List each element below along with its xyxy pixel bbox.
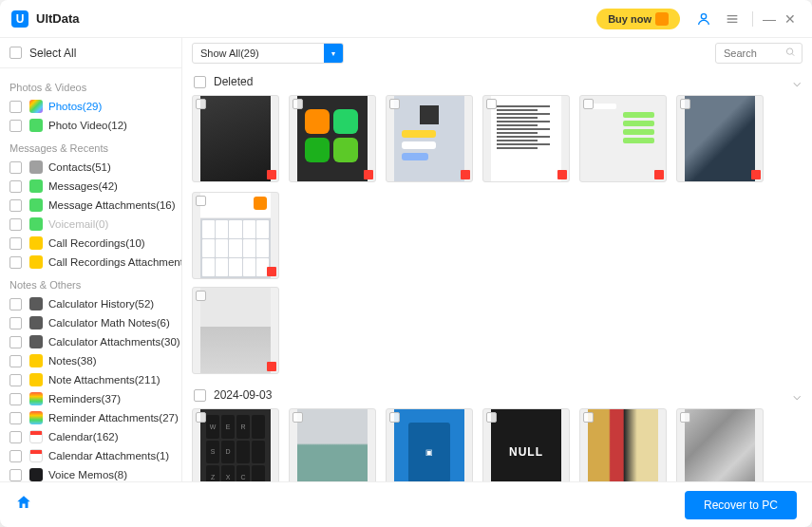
sidebar-item-checkbox[interactable] bbox=[9, 336, 22, 348]
thumbnail-checkbox[interactable] bbox=[293, 99, 303, 109]
main-panel: Show All(29) ▾ Deleted⌵2024-09-03⌵WERSDZ… bbox=[182, 38, 812, 481]
sidebar-item-checkbox[interactable] bbox=[9, 431, 22, 443]
sidebar-item[interactable]: Calculator Math Notes(6) bbox=[0, 313, 181, 332]
select-all-row[interactable]: Select All bbox=[0, 38, 181, 68]
sidebar-item[interactable]: Messages(42) bbox=[0, 177, 181, 196]
thumbnail[interactable]: ▣ bbox=[386, 408, 473, 481]
contacts-icon bbox=[29, 160, 43, 174]
sidebar-item-checkbox[interactable] bbox=[9, 101, 22, 113]
sidebar-item-checkbox[interactable] bbox=[9, 355, 22, 367]
sidebar-item-checkbox[interactable] bbox=[9, 161, 22, 174]
thumbnail[interactable] bbox=[192, 95, 279, 182]
sidebar-item[interactable]: Calculator Attachments(30) bbox=[0, 332, 181, 351]
thumbnail[interactable]: WERSDZXC bbox=[192, 408, 279, 481]
thumbnail-checkbox[interactable] bbox=[196, 291, 206, 301]
sidebar-item[interactable]: Photo Video(12) bbox=[0, 116, 181, 135]
section-header[interactable]: Deleted⌵ bbox=[192, 68, 803, 95]
sidebar-item-label: Calendar(162) bbox=[48, 431, 119, 442]
section-header[interactable]: 2024-09-03⌵ bbox=[192, 382, 803, 408]
thumbnail[interactable] bbox=[579, 408, 667, 481]
thumbnail-checkbox[interactable] bbox=[196, 196, 206, 206]
sidebar-item[interactable]: Call Recordings(10) bbox=[0, 234, 181, 253]
menu-icon[interactable] bbox=[724, 10, 741, 28]
thumbnail-checkbox[interactable] bbox=[293, 412, 303, 423]
sidebar-item-checkbox[interactable] bbox=[9, 298, 22, 311]
thumbnail[interactable] bbox=[192, 287, 279, 374]
sidebar-item-checkbox[interactable] bbox=[9, 469, 22, 481]
sidebar-item-label: Notes(38) bbox=[48, 355, 97, 367]
thumbnail-checkbox[interactable] bbox=[389, 99, 400, 109]
sidebar-item[interactable]: Message Attachments(16) bbox=[0, 196, 181, 215]
sidebar-item[interactable]: Calendar Attachments(1) bbox=[0, 446, 181, 465]
thumbnail-checkbox[interactable] bbox=[583, 412, 594, 423]
calendar-icon bbox=[29, 449, 43, 462]
sidebar-item-checkbox[interactable] bbox=[9, 374, 22, 386]
callrec-icon bbox=[29, 255, 43, 269]
thumbnail-checkbox[interactable] bbox=[196, 99, 206, 109]
sidebar-item[interactable]: Call Recordings Attachment... bbox=[0, 253, 181, 272]
sidebar-item[interactable]: Voice Memos(8) bbox=[0, 465, 181, 481]
video-icon bbox=[29, 119, 43, 132]
filter-dropdown[interactable]: Show All(29) ▾ bbox=[192, 43, 344, 64]
thumbnail[interactable] bbox=[192, 192, 279, 279]
sidebar-item-label: Reminders(37) bbox=[48, 393, 121, 405]
search-input[interactable] bbox=[724, 44, 781, 63]
thumbnail-checkbox[interactable] bbox=[680, 412, 690, 423]
callrec-icon bbox=[29, 236, 43, 250]
notes-icon bbox=[29, 373, 43, 386]
thumbnail-checkbox[interactable] bbox=[389, 412, 400, 423]
thumbnail[interactable] bbox=[289, 408, 376, 481]
account-icon[interactable] bbox=[695, 10, 712, 28]
thumbnail[interactable] bbox=[482, 95, 570, 182]
sidebar-item-checkbox[interactable] bbox=[9, 256, 22, 269]
sidebar-item-checkbox[interactable] bbox=[9, 218, 22, 231]
sidebar-item-label: Voicemail(0) bbox=[48, 218, 108, 230]
recover-button[interactable]: Recover to PC bbox=[685, 491, 797, 519]
thumbnail-checkbox[interactable] bbox=[196, 412, 206, 423]
select-all-checkbox[interactable] bbox=[9, 47, 22, 59]
thumbnail[interactable] bbox=[579, 95, 667, 182]
sidebar-item[interactable]: Reminder Attachments(27) bbox=[0, 408, 181, 427]
thumbnail[interactable] bbox=[676, 408, 764, 481]
thumbnail[interactable] bbox=[386, 95, 473, 182]
sidebar-item-checkbox[interactable] bbox=[9, 237, 22, 250]
sidebar-item[interactable]: Calendar(162) bbox=[0, 427, 181, 446]
sidebar-item[interactable]: Reminders(37) bbox=[0, 389, 181, 408]
select-all-label: Select All bbox=[29, 47, 76, 60]
buy-now-label: Buy now bbox=[608, 13, 651, 25]
deleted-badge-icon bbox=[364, 170, 373, 179]
sidebar-item-checkbox[interactable] bbox=[9, 393, 22, 405]
sidebar-item-label: Messages(42) bbox=[48, 180, 118, 192]
close-button[interactable]: ✕ bbox=[780, 9, 801, 29]
thumbnail-checkbox[interactable] bbox=[486, 99, 497, 109]
thumbnail[interactable] bbox=[289, 95, 376, 182]
minimize-button[interactable]: — bbox=[759, 9, 780, 29]
sidebar-item-label: Photo Video(12) bbox=[48, 120, 127, 131]
section-checkbox[interactable] bbox=[194, 76, 206, 88]
buy-now-button[interactable]: Buy now bbox=[596, 9, 680, 29]
calchist-icon bbox=[29, 335, 43, 348]
sidebar-item-checkbox[interactable] bbox=[9, 412, 22, 424]
sidebar-item-checkbox[interactable] bbox=[9, 450, 22, 462]
filter-dropdown-label: Show All(29) bbox=[200, 47, 259, 59]
sidebar-item-label: Calendar Attachments(1) bbox=[48, 450, 169, 461]
sidebar-item-checkbox[interactable] bbox=[9, 317, 22, 329]
sidebar-item[interactable]: Note Attachments(211) bbox=[0, 370, 181, 389]
home-button[interactable] bbox=[15, 494, 32, 516]
thumbnail-checkbox[interactable] bbox=[680, 99, 690, 109]
thumbnail-image: NULL bbox=[491, 409, 561, 481]
sidebar-item-checkbox[interactable] bbox=[9, 199, 22, 212]
sidebar-item-checkbox[interactable] bbox=[9, 120, 22, 132]
section-checkbox[interactable] bbox=[194, 389, 206, 402]
sidebar-item[interactable]: Contacts(51) bbox=[0, 158, 181, 177]
sidebar-item[interactable]: Notes(38) bbox=[0, 351, 181, 370]
thumbnail[interactable]: NULL bbox=[482, 408, 570, 481]
search-icon bbox=[785, 47, 796, 60]
search-box[interactable] bbox=[715, 43, 803, 64]
sidebar-item-checkbox[interactable] bbox=[9, 180, 22, 193]
thumbnail-checkbox[interactable] bbox=[583, 99, 594, 109]
thumbnail-checkbox[interactable] bbox=[486, 412, 497, 423]
sidebar-item[interactable]: Photos(29) bbox=[0, 97, 181, 116]
thumbnail[interactable] bbox=[676, 95, 764, 182]
sidebar-item[interactable]: Calculator History(52) bbox=[0, 294, 181, 313]
